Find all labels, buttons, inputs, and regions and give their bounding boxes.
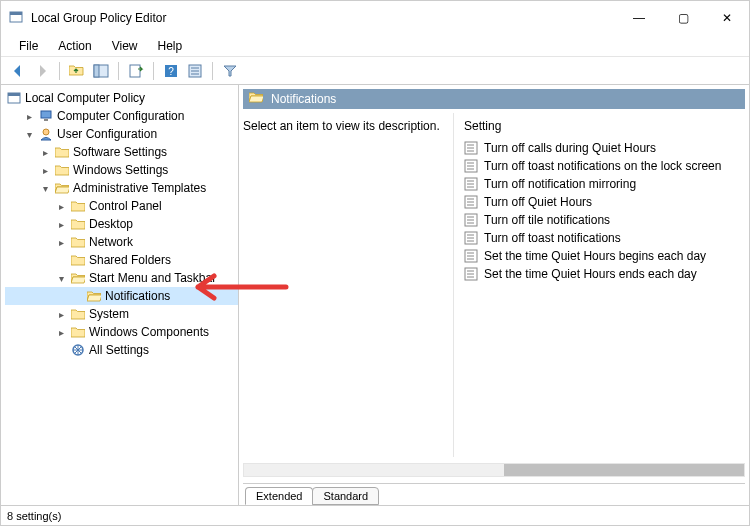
header-label: Notifications: [243, 89, 745, 109]
tree-start-menu-taskbar[interactable]: ▾ Start Menu and Taskbar: [5, 269, 238, 287]
menu-help[interactable]: Help: [148, 37, 193, 55]
policy-icon: [464, 195, 478, 209]
column-header[interactable]: Setting: [464, 119, 745, 139]
policy-icon: [464, 213, 478, 227]
description-text: Select an item to view its description.: [243, 119, 440, 133]
setting-row[interactable]: Turn off Quiet Hours: [464, 193, 745, 211]
tree-label: Windows Components: [89, 325, 209, 339]
tree-label: User Configuration: [57, 127, 157, 141]
maximize-button[interactable]: ▢: [661, 3, 705, 33]
tree-desktop[interactable]: ▸ Desktop: [5, 215, 238, 233]
tree-label: Administrative Templates: [73, 181, 206, 195]
menu-file[interactable]: File: [9, 37, 48, 55]
folder-open-icon: [55, 181, 69, 195]
forward-button[interactable]: [31, 60, 53, 82]
user-icon: [39, 127, 53, 141]
collapse-arrow-icon[interactable]: ▾: [39, 183, 51, 194]
folder-open-icon: [71, 271, 85, 285]
tree-system[interactable]: ▸ System: [5, 305, 238, 323]
setting-row[interactable]: Set the time Quiet Hours begins each day: [464, 247, 745, 265]
expand-arrow-icon[interactable]: ▸: [39, 165, 51, 176]
gpedit-icon: [7, 91, 21, 105]
tree-label: Local Computer Policy: [25, 91, 145, 105]
expand-arrow-icon[interactable]: ▸: [23, 111, 35, 122]
setting-row[interactable]: Turn off notification mirroring: [464, 175, 745, 193]
tree-label: Windows Settings: [73, 163, 168, 177]
tree-label: Notifications: [105, 289, 170, 303]
description-pane: Select an item to view its description.: [243, 113, 443, 457]
expand-arrow-icon[interactable]: ▸: [39, 147, 51, 158]
up-folder-button[interactable]: [66, 60, 88, 82]
tab-extended[interactable]: Extended: [245, 487, 313, 505]
policy-icon: [464, 141, 478, 155]
filter-button[interactable]: [219, 60, 241, 82]
policy-icon: [464, 177, 478, 191]
computer-icon: [39, 109, 53, 123]
expand-arrow-icon[interactable]: ▸: [55, 201, 67, 212]
policy-icon: [464, 231, 478, 245]
show-hide-tree-button[interactable]: [90, 60, 112, 82]
back-button[interactable]: [7, 60, 29, 82]
folder-open-icon: [87, 289, 101, 303]
app-icon: [9, 10, 25, 26]
navigation-pane[interactable]: Local Computer Policy ▸ Computer Configu…: [1, 85, 239, 505]
tree-label: All Settings: [89, 343, 149, 357]
export-button[interactable]: [125, 60, 147, 82]
setting-label: Turn off tile notifications: [484, 213, 610, 227]
tree-label: Shared Folders: [89, 253, 171, 267]
menu-action[interactable]: Action: [48, 37, 101, 55]
tree-administrative-templates[interactable]: ▾ Administrative Templates: [5, 179, 238, 197]
tab-standard[interactable]: Standard: [312, 487, 379, 505]
setting-row[interactable]: Turn off toast notifications on the lock…: [464, 157, 745, 175]
help-button[interactable]: ?: [160, 60, 182, 82]
setting-label: Turn off notification mirroring: [484, 177, 636, 191]
svg-rect-11: [94, 65, 99, 77]
folder-icon: [71, 199, 85, 213]
collapse-arrow-icon[interactable]: ▾: [23, 129, 35, 140]
tree-shared-folders[interactable]: Shared Folders: [5, 251, 238, 269]
policy-icon: [464, 267, 478, 281]
minimize-button[interactable]: —: [617, 3, 661, 33]
svg-rect-12: [130, 65, 140, 77]
tree-software-settings[interactable]: ▸ Software Settings: [5, 143, 238, 161]
tree-control-panel[interactable]: ▸ Control Panel: [5, 197, 238, 215]
status-text: 8 setting(s): [7, 510, 61, 522]
policy-icon: [464, 249, 478, 263]
folder-icon: [55, 145, 69, 159]
horizontal-scrollbar[interactable]: [243, 463, 745, 477]
tree-notifications[interactable]: Notifications: [5, 287, 238, 305]
menu-view[interactable]: View: [102, 37, 148, 55]
tree-user-configuration[interactable]: ▾ User Configuration: [5, 125, 238, 143]
tree-windows-settings[interactable]: ▸ Windows Settings: [5, 161, 238, 179]
tree-windows-components[interactable]: ▸ Windows Components: [5, 323, 238, 341]
folder-open-icon: [249, 90, 263, 104]
folder-icon: [71, 235, 85, 249]
setting-row[interactable]: Set the time Quiet Hours ends each day: [464, 265, 745, 283]
folder-icon: [71, 307, 85, 321]
setting-row[interactable]: Turn off calls during Quiet Hours: [464, 139, 745, 157]
collapse-arrow-icon[interactable]: ▾: [55, 273, 67, 284]
tree-all-settings[interactable]: All Settings: [5, 341, 238, 359]
expand-arrow-icon[interactable]: ▸: [55, 327, 67, 338]
folder-icon: [71, 217, 85, 231]
close-button[interactable]: ✕: [705, 3, 749, 33]
tree-label: Start Menu and Taskbar: [89, 271, 216, 285]
tree-computer-configuration[interactable]: ▸ Computer Configuration: [5, 107, 238, 125]
expand-arrow-icon[interactable]: ▸: [55, 219, 67, 230]
properties-button[interactable]: [184, 60, 206, 82]
setting-label: Turn off toast notifications on the lock…: [484, 159, 721, 173]
settings-list[interactable]: Setting Turn off calls during Quiet Hour…: [453, 113, 745, 457]
menubar: File Action View Help: [1, 35, 749, 57]
all-settings-icon: [71, 343, 85, 357]
tree-label: System: [89, 307, 129, 321]
setting-label: Set the time Quiet Hours begins each day: [484, 249, 706, 263]
tree-network[interactable]: ▸ Network: [5, 233, 238, 251]
setting-row[interactable]: Turn off tile notifications: [464, 211, 745, 229]
setting-label: Turn off calls during Quiet Hours: [484, 141, 656, 155]
setting-label: Turn off Quiet Hours: [484, 195, 592, 209]
setting-row[interactable]: Turn off toast notifications: [464, 229, 745, 247]
expand-arrow-icon[interactable]: ▸: [55, 237, 67, 248]
view-tabs: Extended Standard: [243, 483, 745, 505]
expand-arrow-icon[interactable]: ▸: [55, 309, 67, 320]
tree-root[interactable]: Local Computer Policy: [5, 89, 238, 107]
